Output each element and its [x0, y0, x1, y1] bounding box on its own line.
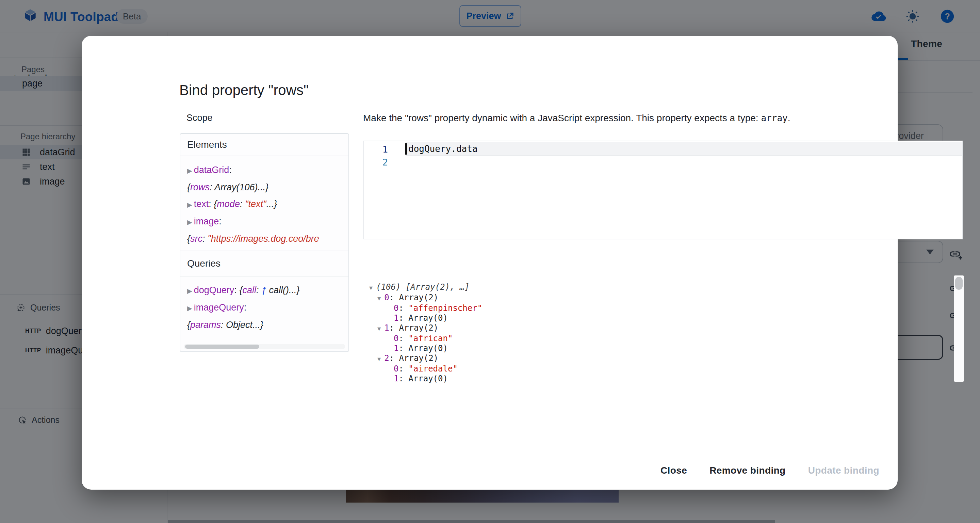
queries-header: Queries [180, 250, 348, 276]
elements-header: Elements [180, 134, 348, 156]
close-button[interactable]: Close [654, 460, 693, 481]
queries-list: ▶ dogQuery: {call: ƒ call()...} ▶ imageQ… [180, 276, 348, 337]
tree-row[interactable]: ▼ 1: Array(2) [369, 323, 964, 334]
line-number-2: 2 [364, 157, 388, 167]
scope-label: Scope [186, 113, 213, 123]
bind-property-dialog: Bind property "rows" Scope Elements ▶ da… [82, 36, 898, 490]
tree-row: 1: Array(0) [369, 313, 964, 323]
vertical-scrollbar[interactable] [954, 276, 964, 382]
horizontal-scrollbar[interactable] [184, 344, 345, 349]
tree-row: 0: "affenpinscher" [369, 303, 964, 313]
active-line-highlight [406, 142, 962, 156]
screen: MUI Toolpad Beta Preview [0, 0, 980, 523]
scope-item-datagrid-preview: {rows: Array(106)...} [187, 179, 348, 196]
description-period: . [788, 113, 791, 123]
tree-row[interactable]: ▼ 0: Array(2) [369, 293, 964, 303]
elements-list: ▶ dataGrid: {rows: Array(106)...} ▶ text… [180, 156, 348, 250]
expression-code: dogQuery.data [408, 144, 478, 154]
scrollbar-thumb[interactable] [955, 277, 963, 290]
text-cursor [405, 144, 407, 155]
dialog-title: Bind property "rows" [179, 82, 309, 99]
tree-row: 1: Array(0) [369, 344, 964, 354]
scope-panel: Elements ▶ dataGrid: {rows: Array(106)..… [180, 133, 349, 352]
tree-row[interactable]: ▼ 2: Array(2) [369, 354, 964, 364]
expression-editor[interactable]: 1 2 dogQuery.data [363, 140, 963, 239]
result-preview-tree: ▼ (106) [Array(2), …] ▼ 0: Array(2) 0: "… [363, 274, 964, 383]
tree-row: 0: "airedale" [369, 364, 964, 374]
update-binding-button[interactable]: Update binding [802, 460, 885, 481]
scope-item-imagequery-preview: {params: Object...} [187, 317, 348, 333]
scope-item-image-preview: {src: "https://images.dog.ceo/bre [187, 231, 348, 247]
tree-row: 0: "african" [369, 334, 964, 344]
scope-item-image[interactable]: ▶ image: [187, 213, 348, 231]
scope-item-imagequery[interactable]: ▶ imageQuery: [187, 299, 348, 317]
dialog-description: Make the "rows" property dynamic with a … [363, 113, 955, 124]
scope-item-datagrid[interactable]: ▶ dataGrid: [187, 162, 348, 179]
line-number-1: 1 [364, 144, 388, 155]
remove-binding-button[interactable]: Remove binding [703, 460, 791, 481]
dialog-actions: Close Remove binding Update binding [654, 460, 885, 481]
scope-item-text[interactable]: ▶ text: {mode: "text"...} [187, 196, 348, 213]
tree-row[interactable]: ▼ (106) [Array(2), …] [369, 282, 964, 293]
scope-item-dogquery[interactable]: ▶ dogQuery: {call: ƒ call()...} [187, 282, 348, 299]
expected-type: array [761, 113, 788, 123]
scrollbar-thumb[interactable] [185, 344, 259, 349]
description-text: Make the "rows" property dynamic with a … [363, 113, 761, 123]
tree-row: 1: Array(0) [369, 374, 964, 383]
